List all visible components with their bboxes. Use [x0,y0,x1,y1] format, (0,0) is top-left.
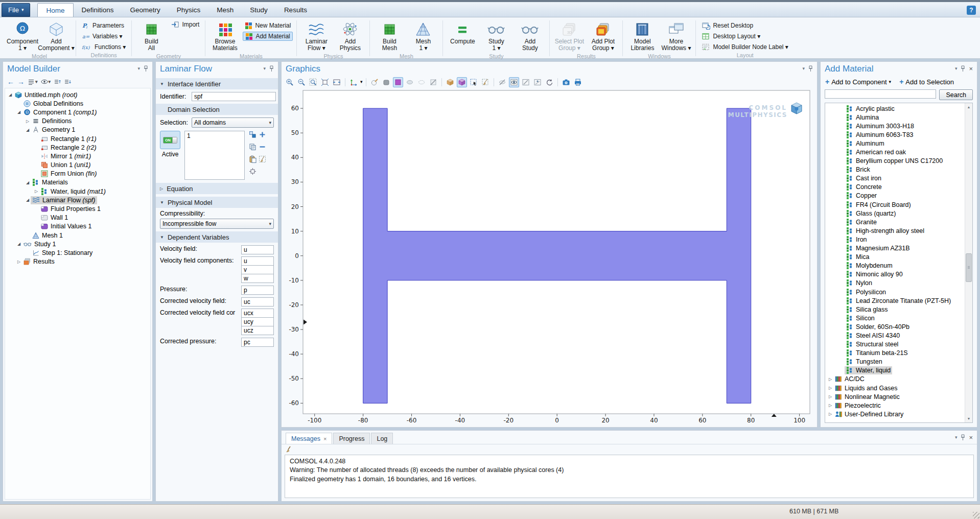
ribbon-button-laminar-flow[interactable]: LaminarFlow ▾ [300,20,332,53]
help-button[interactable]: ? [967,6,976,15]
material-item-water-liquid[interactable]: Water, liquid [825,366,965,375]
dep-var-input-w[interactable] [241,274,274,283]
tree-item-rectangle-2[interactable]: Rectangle 2 (r2) [5,143,150,152]
material-item-polysilicon[interactable]: Polysilicon [825,288,965,296]
material-item-glass-quartz[interactable]: Glass (quartz) [825,209,965,218]
section-dependent-variables[interactable]: ▼Dependent Variables [156,231,278,243]
material-item-fr4-circuit-board[interactable]: FR4 (Circuit Board) [825,200,965,209]
section-domain-selection[interactable]: ▼Domain Selection [156,104,278,115]
dep-var-input-ucy[interactable] [241,317,274,326]
add-to-selection-button[interactable] [259,131,266,140]
material-item-aluminum-6063-t83[interactable]: Aluminum 6063-T83 [825,130,965,139]
pin-icon[interactable] [808,65,813,72]
show-selections-button[interactable] [532,77,543,87]
close-icon[interactable]: × [969,434,973,441]
material-search-input[interactable] [825,89,936,99]
material-item-high-strength-alloy-steel[interactable]: High-strength alloy steel [825,226,965,235]
expand-icon[interactable]: ▷ [25,119,31,124]
add-to-selection-button[interactable]: + Add to Selection [899,78,954,86]
material-item-nimonic-alloy-90[interactable]: Nimonic alloy 90 [825,270,965,279]
go-to-default-view-button[interactable] [348,77,359,87]
scroll-down-icon[interactable]: ▼ [965,415,972,422]
panel-menu-icon[interactable]: ▾ [263,66,266,71]
expand-icon[interactable]: ▷ [33,189,39,194]
material-item-aluminum-3003-h18[interactable]: Aluminum 3003-H18 [825,122,965,130]
expand-icon[interactable]: ▷ [827,403,833,408]
tree-item-wall-1[interactable]: Wall 1 [5,214,150,222]
pin-icon[interactable] [961,434,965,441]
ribbon-button-build-all[interactable]: BuildAll [135,20,167,53]
ribbon-button-build-mesh[interactable]: BuildMesh [374,20,405,53]
material-item-steel-aisi-4340[interactable]: Steel AISI 4340 [825,331,965,340]
panel-menu-icon[interactable]: ▾ [955,66,958,71]
tree-item-geometry-1[interactable]: ◢Geometry 1 [5,126,150,134]
section-interface-identifier[interactable]: ▼Interface Identifier [156,78,278,89]
expand-icon[interactable]: ▷ [827,394,833,399]
dep-var-input-p[interactable] [241,286,274,295]
wireframe-render-button[interactable] [416,77,427,87]
messages-tab-progress[interactable]: Progress [333,433,370,444]
ribbon-button-reset-desktop[interactable]: Reset Desktop [699,21,790,30]
ribbon-button-select-plot-group[interactable]: 3DSelect PlotGroup ▾ [553,20,585,53]
ribbon-button-import[interactable]: Import [169,20,201,29]
collapse-icon[interactable]: ◢ [7,92,13,97]
tree-item-results[interactable]: ▷Results [5,257,150,266]
material-list-scrollbar[interactable]: ▲ ▼ [965,103,972,422]
expand-icon[interactable]: ▷ [16,260,22,264]
material-item-lead-zirconate-titanate-pzt-5h[interactable]: Lead Zirconate Titanate (PZT-5H) [825,296,965,305]
search-button[interactable]: Search [939,89,973,100]
identifier-input[interactable] [192,92,276,101]
transparency-button[interactable] [405,77,415,87]
expand-all-button[interactable] [64,78,71,85]
ribbon-button-more-windows[interactable]: MoreWindows ▾ [660,20,692,53]
zoom-out-button[interactable] [296,77,307,87]
material-item-silica-glass[interactable]: Silica glass [825,305,965,314]
tree-item-form-union[interactable]: Form Union (fin) [5,170,150,178]
hide-selected-button[interactable] [497,77,507,87]
hide-objects-button[interactable] [521,77,531,87]
material-item-concrete[interactable]: Concrete [825,183,965,192]
material-item-tungsten[interactable]: Tungsten [825,358,965,366]
ribbon-tab-home[interactable]: Home [37,3,73,17]
material-item-solder-60sn-40pb[interactable]: Solder, 60Sn-40Pb [825,322,965,331]
copy-selection-button[interactable] [249,143,256,152]
ribbon-button-add-physics[interactable]: AddPhysics [334,20,366,53]
show-hide-button[interactable]: ▾ [41,78,51,85]
dep-var-input-uc[interactable] [241,297,274,306]
dep-var-input-pc[interactable] [241,338,274,347]
paste-selection-button[interactable] [249,155,256,164]
collapse-all-button[interactable] [54,78,61,85]
select-box-button[interactable] [469,77,479,87]
section-physical-model[interactable]: ▼Physical Model [156,197,278,208]
material-item-piezoelectric[interactable]: ▷Piezoelectric [825,401,965,410]
file-menu-button[interactable]: File ▾ [2,3,30,17]
material-item-liquids-and-gases[interactable]: ▷Liquids and Gases [825,384,965,392]
clear-selection-button[interactable] [259,155,266,164]
close-icon[interactable]: × [323,436,326,442]
tree-item-definitions[interactable]: ▷Definitions [5,117,150,126]
panel-menu-icon[interactable]: ▾ [955,435,958,440]
active-toggle[interactable]: ON [160,131,180,149]
dep-var-input-u[interactable] [241,256,274,266]
tree-item-union-1[interactable]: Union 1 (uni1) [5,161,150,170]
tree-item-mirror-1[interactable]: Mirror 1 (mir1) [5,152,150,160]
material-item-nylon[interactable]: Nylon [825,279,965,288]
ribbon-button-desktop-layout[interactable]: Desktop Layout ▾ [699,32,790,41]
dep-var-input-v[interactable] [241,265,274,274]
material-item-copper[interactable]: Copper [825,192,965,200]
compressibility-dropdown[interactable]: Incompressible flow▾ [160,219,274,229]
ribbon-button-parameters[interactable]: PiParameters [80,21,128,30]
create-selection-button[interactable] [249,131,256,140]
ribbon-button-new-material[interactable]: New Material [243,21,293,30]
material-item-iron[interactable]: Iron [825,235,965,244]
material-item-cast-iron[interactable]: Cast iron [825,174,965,183]
material-item-american-red-oak[interactable]: American red oak [825,148,965,156]
section-equation[interactable]: ▷Equation [156,183,278,194]
refresh-button[interactable] [544,77,554,87]
snapshot-button[interactable] [561,77,571,87]
graphics-canvas[interactable]: -60-50-40-30-20-100102030405060-100-80-6… [285,89,812,424]
tree-item-untitled-mph[interactable]: ◢Untitled.mph (root) [5,90,150,99]
dep-var-input-u[interactable] [241,245,274,254]
zoom-box-button[interactable] [332,77,342,87]
tree-item-materials[interactable]: ◢Materials [5,178,150,187]
